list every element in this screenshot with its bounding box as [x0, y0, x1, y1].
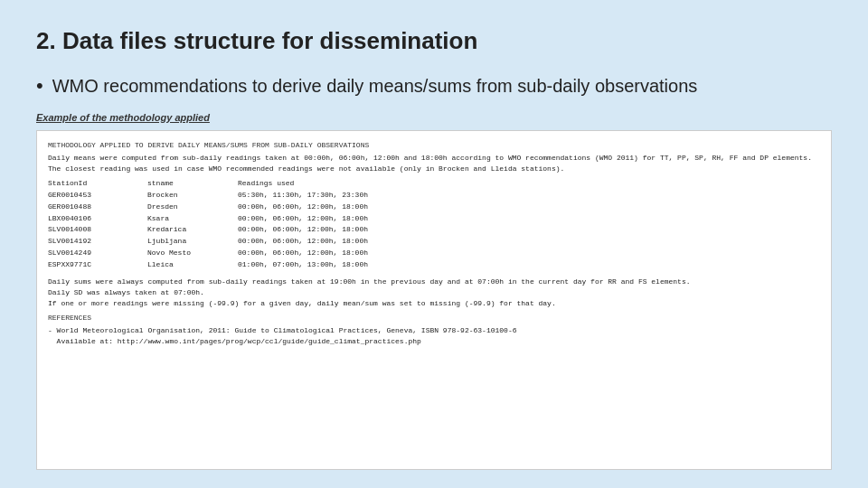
table-row: SLV0014008 Kredarica 00:00h, 06:00h, 12:…: [48, 224, 820, 236]
doc-para1: Daily means were computed from sub-daily…: [48, 153, 820, 174]
bullet-text: WMO recommendations to derive daily mean…: [52, 73, 832, 99]
refs-heading: REFERENCES: [48, 313, 820, 324]
doc-heading: METHODOLOGY APPLIED TO DERIVE DAILY MEAN…: [48, 140, 820, 151]
table-header-row: StationId stname Readings used: [48, 178, 820, 190]
table-row: GER0010453 Brocken 05:30h, 11:30h, 17:30…: [48, 190, 820, 202]
col2-header: stname: [147, 178, 220, 190]
doc-table: StationId stname Readings used GER001045…: [48, 178, 820, 270]
slide-title: 2. Data files structure for disseminatio…: [36, 27, 832, 55]
col3-header: Readings used: [238, 178, 382, 190]
doc-para2: Daily sums were always computed from sub…: [48, 277, 820, 309]
bullet-symbol: •: [36, 73, 43, 99]
example-label: Example of the methodology applied: [36, 112, 832, 123]
document-box: METHODOLOGY APPLIED TO DERIVE DAILY MEAN…: [36, 130, 832, 470]
bullet-point: • WMO recommendations to derive daily me…: [36, 73, 832, 99]
table-row: LBX0040106 Ksara 00:00h, 06:00h, 12:00h,…: [48, 213, 820, 225]
table-row: GER0010488 Dresden 00:00h, 06:00h, 12:00…: [48, 202, 820, 213]
table-row: SLV0014249 Novo Mesto 00:00h, 06:00h, 12…: [48, 248, 820, 259]
table-row: ESPXX9771C Lleica 01:00h, 07:00h, 13:00h…: [48, 259, 820, 271]
table-row: SLV0014192 Ljubljana 00:00h, 06:00h, 12:…: [48, 236, 820, 248]
ref1: - World Meteorological Organisation, 201…: [48, 325, 820, 347]
slide-container: 2. Data files structure for disseminatio…: [0, 0, 868, 488]
col1-header: StationId: [48, 178, 129, 190]
